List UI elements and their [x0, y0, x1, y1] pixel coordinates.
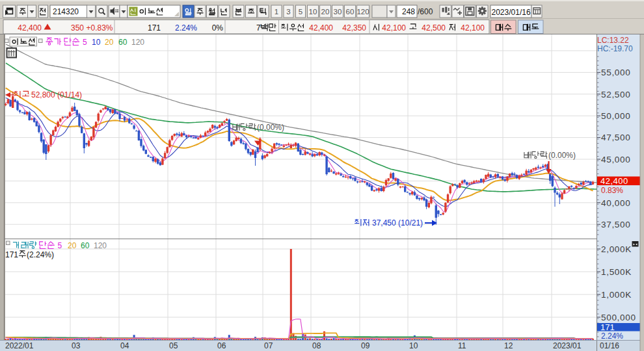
svg-text:42,500: 42,500 — [422, 23, 446, 32]
svg-text:30: 30 — [334, 8, 342, 16]
svg-text:120: 120 — [131, 38, 144, 47]
svg-text:37,450 (10/21): 37,450 (10/21) — [372, 218, 423, 228]
svg-text:5: 5 — [83, 38, 87, 47]
svg-text:171: 171 — [148, 23, 161, 32]
svg-text:2022/01: 2022/01 — [5, 341, 34, 350]
svg-text:2,000K: 2,000K — [601, 244, 632, 254]
svg-text:42,400: 42,400 — [18, 23, 42, 32]
svg-text:2.24%: 2.24% — [175, 23, 197, 32]
svg-text:500,000: 500,000 — [601, 313, 636, 322]
svg-text:06: 06 — [217, 341, 226, 350]
svg-text:20: 20 — [321, 8, 330, 16]
svg-text:60: 60 — [81, 241, 90, 250]
svg-text:1,000K: 1,000K — [601, 290, 632, 300]
svg-text:120: 120 — [356, 8, 369, 16]
svg-text:10: 10 — [92, 38, 101, 47]
svg-text:248: 248 — [402, 7, 415, 16]
svg-text:10: 10 — [309, 8, 317, 16]
svg-text:171: 171 — [600, 322, 615, 332]
svg-text:04: 04 — [120, 341, 129, 350]
svg-text:03: 03 — [72, 341, 81, 350]
svg-text:+0.83%: +0.83% — [86, 23, 113, 32]
svg-text:40,000: 40,000 — [601, 198, 631, 208]
svg-text:01/16: 01/16 — [600, 341, 619, 350]
svg-text:(0.00%): (0.00%) — [257, 123, 284, 132]
svg-text:120: 120 — [94, 241, 107, 250]
svg-text:05: 05 — [169, 341, 178, 350]
svg-text:60: 60 — [346, 8, 355, 16]
svg-text:350: 350 — [71, 23, 84, 32]
svg-text:2.24%: 2.24% — [601, 332, 623, 341]
svg-text:60: 60 — [118, 38, 127, 47]
svg-text:12: 12 — [504, 341, 513, 350]
svg-text:55,000: 55,000 — [601, 68, 631, 77]
svg-text:45,000: 45,000 — [601, 155, 631, 164]
svg-text:42,350: 42,350 — [342, 23, 366, 32]
svg-text:47,500: 47,500 — [601, 133, 631, 142]
svg-text:42,400: 42,400 — [600, 176, 628, 186]
svg-text:(0.00%): (0.00%) — [548, 151, 576, 160]
svg-text:20: 20 — [105, 38, 114, 47]
svg-text:3: 3 — [286, 8, 290, 16]
svg-text:5: 5 — [299, 8, 302, 16]
svg-text:10: 10 — [409, 341, 418, 350]
svg-text:37,500: 37,500 — [601, 220, 631, 229]
svg-text:2023/01/16: 2023/01/16 — [492, 8, 531, 17]
svg-text:7: 7 — [256, 23, 261, 32]
svg-text:0%: 0% — [212, 23, 224, 32]
svg-text:42,400: 42,400 — [309, 23, 333, 32]
svg-text:0.83%: 0.83% — [601, 186, 623, 195]
svg-text:50,000: 50,000 — [601, 111, 631, 121]
svg-text:171: 171 — [5, 250, 18, 259]
svg-text:5: 5 — [58, 241, 62, 250]
svg-text:52,500: 52,500 — [601, 90, 631, 99]
svg-text:1,500K: 1,500K — [601, 267, 632, 277]
svg-text:HC:-19.70: HC:-19.70 — [597, 44, 633, 53]
svg-text:20: 20 — [68, 241, 77, 250]
svg-text:(2.24%): (2.24%) — [27, 250, 54, 259]
svg-text:52,800 (01/14): 52,800 (01/14) — [31, 90, 82, 99]
svg-text:/600: /600 — [418, 7, 433, 16]
svg-text:07: 07 — [264, 341, 273, 350]
svg-text:08: 08 — [312, 341, 321, 350]
svg-text:11: 11 — [458, 341, 466, 350]
svg-text:214320: 214320 — [53, 7, 79, 16]
svg-text:42,100: 42,100 — [461, 23, 485, 32]
svg-text:1: 1 — [275, 8, 278, 16]
svg-text:42,100: 42,100 — [382, 23, 406, 32]
svg-text:09: 09 — [361, 341, 370, 350]
svg-text:2023/01: 2023/01 — [553, 341, 582, 350]
